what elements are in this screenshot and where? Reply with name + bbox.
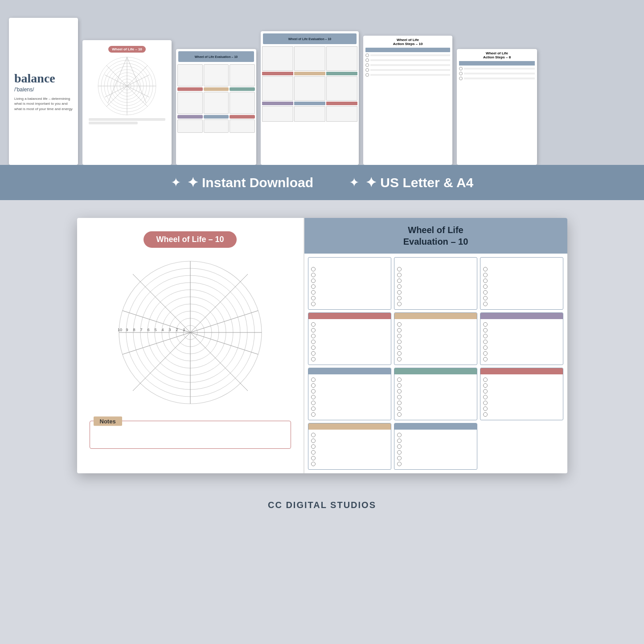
circle-row	[397, 412, 474, 417]
circle-row	[397, 351, 474, 356]
eval-cell-r1c2	[394, 257, 477, 310]
circle-row	[483, 296, 560, 300]
circle-row	[397, 322, 474, 327]
cell-body	[480, 374, 563, 420]
wheel-title-badge: Wheel of Life – 10	[144, 231, 236, 248]
eval-circle	[483, 296, 488, 300]
circle-row	[311, 412, 388, 417]
eval-circle	[311, 433, 316, 437]
wheel10-thumbnail: Wheel of Life – 10	[82, 40, 172, 165]
circle-row	[311, 450, 388, 455]
circle-row	[483, 406, 560, 411]
eval-circle	[483, 377, 488, 382]
cell-body	[480, 319, 563, 365]
eval-circle	[397, 433, 402, 437]
cell-body	[480, 264, 563, 309]
eval-circle	[311, 273, 316, 277]
eval-circle	[483, 401, 488, 405]
circle-row	[311, 334, 388, 338]
circle-row	[311, 322, 388, 327]
cell-body	[394, 319, 477, 365]
eval-cell-r3c3	[480, 368, 563, 420]
circle-row	[483, 284, 560, 289]
cell-body	[308, 319, 391, 365]
eval-circle	[483, 406, 488, 411]
circle-row	[483, 383, 560, 388]
cell-header-rose	[308, 313, 391, 319]
cell-body	[394, 264, 477, 309]
eval-circle	[397, 389, 402, 394]
eval-circle	[483, 284, 488, 289]
eval-circle	[397, 412, 402, 417]
circle-row	[483, 322, 560, 327]
circle-row	[483, 302, 560, 306]
circle-row	[483, 395, 560, 399]
circle-row	[397, 340, 474, 344]
cell-header	[394, 258, 477, 264]
eval-circle	[397, 345, 402, 350]
eval-circle	[397, 296, 402, 300]
eval-circle	[483, 345, 488, 350]
eval-circle	[483, 290, 488, 295]
eval-cell-r3c2	[394, 368, 477, 420]
circle-row	[311, 462, 388, 466]
circle-row	[311, 345, 388, 350]
circle-row	[483, 267, 560, 271]
action10-thumbnail: Wheel of LifeAction Steps – 10	[363, 36, 452, 165]
banner: ✦ ✦ Instant Download ✦ ✦ US Letter & A4	[0, 165, 644, 200]
eval-circle	[397, 401, 402, 405]
us-letter-item: ✦ ✦ US Letter & A4	[349, 175, 473, 190]
eval-circle	[397, 462, 402, 466]
svg-text:2: 2	[176, 328, 178, 332]
circle-row	[311, 340, 388, 344]
circle-row	[483, 412, 560, 417]
eval-circle	[397, 279, 402, 283]
circle-row	[483, 389, 560, 394]
eval-cell-r1c3	[480, 257, 563, 310]
eval-circle	[483, 279, 488, 283]
eval-cell-r3c1	[308, 368, 391, 420]
circle-row	[311, 351, 388, 356]
eval-cell-r4c3	[480, 423, 563, 470]
eval-circle	[397, 351, 402, 356]
eval-circle	[311, 377, 316, 382]
left-page: Wheel of Life – 10	[77, 218, 304, 473]
svg-text:5: 5	[154, 328, 156, 332]
eval-circle	[311, 383, 316, 388]
eval-circle	[397, 322, 402, 327]
eval-cell-r4c1	[308, 423, 391, 470]
circle-row	[311, 328, 388, 332]
circle-row	[397, 345, 474, 350]
eval-circle	[397, 302, 402, 306]
eval-circle	[397, 395, 402, 399]
eval-circle	[311, 439, 316, 443]
cell-body	[394, 430, 477, 469]
circle-row	[397, 284, 474, 289]
cell-body	[394, 374, 477, 420]
eval-circle	[311, 340, 316, 344]
eval-grid	[304, 254, 567, 473]
eval-circle	[483, 340, 488, 344]
circle-row	[311, 401, 388, 405]
eval-circle	[483, 383, 488, 388]
circle-row	[311, 383, 388, 388]
cell-header-lavender	[480, 313, 563, 319]
circle-row	[397, 401, 474, 405]
eval-title: Wheel of Life Evaluation – 10	[309, 224, 563, 247]
eval-circle	[483, 328, 488, 332]
circle-row	[483, 357, 560, 361]
star-icon-2: ✦	[349, 175, 359, 190]
eval-circle	[397, 444, 402, 449]
circle-row	[311, 302, 388, 306]
eval-cell-r2c2	[394, 312, 477, 365]
eval-cell-r4c2	[394, 423, 477, 470]
eval-circle	[311, 406, 316, 411]
eval-circle	[311, 284, 316, 289]
main-content: Wheel of Life – 10	[0, 200, 644, 491]
footer: CC DIGITAL STUDIOS	[0, 491, 644, 524]
circle-row	[483, 401, 560, 405]
circle-row	[397, 389, 474, 394]
eval-circle	[483, 389, 488, 394]
eval-circle	[397, 284, 402, 289]
action8-thumbnail: Wheel of LifeAction Steps – 8	[457, 49, 537, 165]
